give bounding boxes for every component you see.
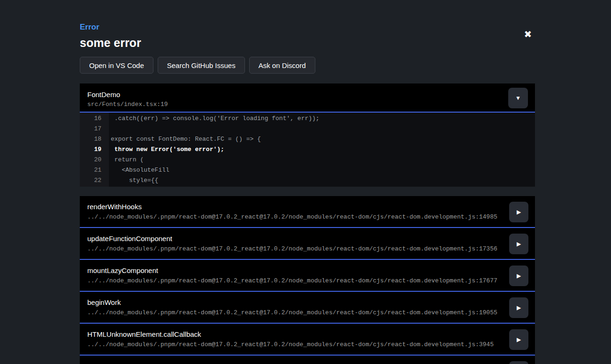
stack-frame-renderwithhooks: renderWithHooks ../../node_modules/.pnpm…: [80, 196, 535, 228]
stack-trace-list: renderWithHooks ../../node_modules/.pnpm…: [80, 196, 535, 364]
line-number: 18: [80, 134, 109, 144]
stack-frame-name: beginWork: [87, 298, 527, 306]
stack-frame-callcallback: HTMLUnknownElement.callCallback ../../no…: [80, 324, 535, 356]
expand-frame-button[interactable]: ▶: [509, 265, 528, 286]
line-content: export const FontDemo: React.FC = () => …: [109, 134, 535, 144]
caret-right-icon: ▶: [517, 241, 521, 247]
line-content: .catch((err) => console.log('Error loadi…: [109, 114, 535, 124]
code-frame-header: FontDemo src/Fonts/index.tsx:19 ▼: [80, 83, 535, 113]
stack-frame-mountlazycomponent: mountLazyComponent ../../node_modules/.p…: [80, 260, 535, 292]
caret-right-icon: ▶: [517, 273, 521, 279]
error-message-title: some error: [80, 36, 141, 50]
search-github-issues-button[interactable]: Search GitHub Issues: [158, 57, 245, 74]
code-line: 18 export const FontDemo: React.FC = () …: [80, 134, 535, 144]
action-button-row: Open in VS Code Search GitHub Issues Ask…: [80, 57, 315, 74]
caret-right-icon: ▶: [517, 336, 521, 343]
expand-frame-button[interactable]: ▶: [509, 202, 528, 222]
code-frame-card: FontDemo src/Fonts/index.tsx:19 ▼ 16 .ca…: [80, 83, 535, 187]
stack-frame-name: mountLazyComponent: [87, 266, 527, 274]
caret-right-icon: ▶: [517, 304, 521, 311]
stack-frame-name: updateFunctionComponent: [87, 235, 527, 243]
close-button[interactable]: ✖: [520, 26, 536, 42]
line-content: <AbsoluteFill: [109, 165, 535, 175]
line-number: 19: [80, 144, 109, 155]
expand-frame-button[interactable]: ▶: [509, 234, 528, 254]
line-number: 17: [80, 124, 109, 134]
stack-frame-name: HTMLUnknownElement.callCallback: [87, 330, 527, 338]
line-content: [109, 124, 535, 134]
code-line: 20 return (: [80, 155, 535, 165]
code-frame-function-name: FontDemo: [87, 90, 527, 99]
line-number: 16: [80, 114, 109, 124]
expand-frame-button[interactable]: ▶: [509, 329, 528, 350]
stack-frame-updatefunctioncomponent: updateFunctionComponent ../../node_modul…: [80, 228, 535, 260]
stack-frame-path: ../../node_modules/.pnpm/react-dom@17.0.…: [87, 245, 527, 253]
code-frame-location: src/Fonts/index.tsx:19: [87, 101, 527, 108]
expand-frame-button[interactable]: ▶: [509, 361, 528, 364]
open-in-vscode-button[interactable]: Open in VS Code: [80, 57, 153, 74]
code-line: 16 .catch((err) => console.log('Error lo…: [80, 114, 535, 124]
line-number: 20: [80, 155, 109, 165]
error-type-label: Error: [80, 23, 99, 32]
code-line: 21 <AbsoluteFill: [80, 165, 535, 175]
line-content: return (: [109, 155, 535, 165]
stack-frame-path: ../../node_modules/.pnpm/react-dom@17.0.…: [87, 309, 527, 317]
stack-frame-path: ../../node_modules/.pnpm/react-dom@17.0.…: [87, 277, 527, 285]
collapse-code-button[interactable]: ▼: [508, 88, 528, 108]
code-line: 17: [80, 124, 535, 134]
stack-frame-name: renderWithHooks: [87, 203, 527, 211]
code-line: 22 style={{: [80, 175, 535, 186]
code-line-error: 19 throw new Error('some error');: [80, 144, 535, 155]
expand-frame-button[interactable]: ▶: [509, 297, 528, 318]
stack-frame-path: ../../node_modules/.pnpm/react-dom@17.0.…: [87, 341, 527, 349]
line-number: 21: [80, 165, 109, 175]
stack-frame-partial: ▶: [80, 356, 535, 364]
line-content: throw new Error('some error');: [109, 144, 535, 155]
chevron-down-icon: ▼: [515, 95, 521, 101]
ask-on-discord-button[interactable]: Ask on Discord: [249, 57, 315, 74]
line-number: 22: [80, 175, 109, 186]
stack-frame-beginwork: beginWork ../../node_modules/.pnpm/react…: [80, 292, 535, 324]
stack-frame-path: ../../node_modules/.pnpm/react-dom@17.0.…: [87, 213, 527, 221]
close-icon: ✖: [524, 29, 532, 39]
line-content: style={{: [109, 175, 535, 186]
caret-right-icon: ▶: [517, 209, 521, 215]
code-snippet: 16 .catch((err) => console.log('Error lo…: [80, 113, 535, 187]
